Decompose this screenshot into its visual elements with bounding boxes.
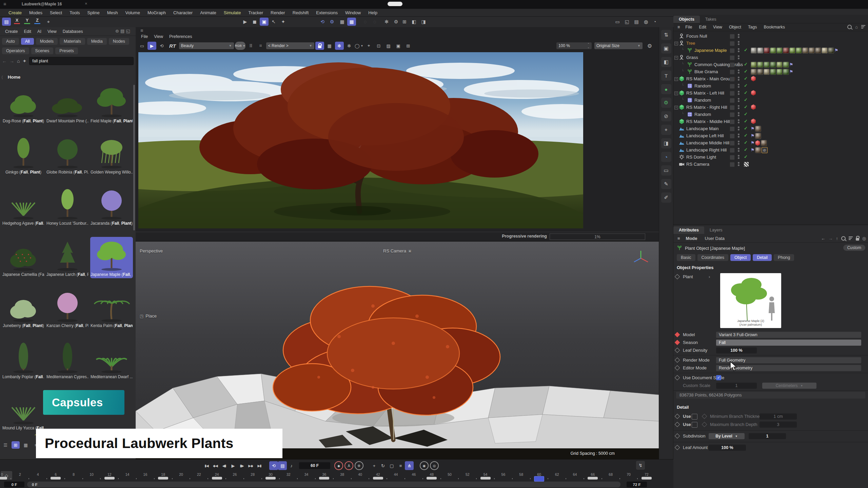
object-row[interactable]: └Random✓ bbox=[673, 97, 868, 104]
select-cursor-icon[interactable]: ↖ bbox=[269, 18, 278, 26]
material-tag[interactable] bbox=[751, 47, 757, 54]
grid-icon[interactable]: ▦ bbox=[338, 18, 347, 26]
timeline-keyframe-marker[interactable] bbox=[51, 477, 61, 480]
material-tag[interactable] bbox=[776, 62, 783, 68]
falloff-tool-icon[interactable]: ⊘ bbox=[661, 111, 671, 121]
record-params-button[interactable]: ≡ bbox=[396, 461, 405, 470]
visibility-dots[interactable] bbox=[738, 112, 739, 116]
enabled-check-icon[interactable]: ✓ bbox=[744, 140, 748, 145]
tab-objects[interactable]: Objects bbox=[673, 16, 700, 23]
keyframe-dot-icon[interactable] bbox=[675, 433, 680, 439]
asset-menu-ai[interactable]: AI bbox=[34, 29, 44, 34]
filter-tab-auto[interactable]: Auto bbox=[2, 38, 19, 45]
visibility-dots[interactable] bbox=[738, 41, 739, 45]
filter-tab-media[interactable]: Media bbox=[87, 38, 107, 45]
material-tag[interactable] bbox=[761, 140, 767, 146]
expand-toggle-icon[interactable]: − bbox=[674, 56, 678, 60]
attr-up-icon[interactable]: ↑ bbox=[836, 236, 838, 241]
asset-item[interactable]: Golden Weeping Willo... bbox=[90, 135, 133, 176]
material-tag[interactable] bbox=[764, 62, 770, 68]
layer-toggle[interactable] bbox=[730, 162, 735, 167]
enabled-check-icon[interactable]: ✓ bbox=[744, 104, 748, 109]
timeline-keyframe-marker[interactable] bbox=[588, 477, 598, 480]
lock-render-button[interactable] bbox=[315, 42, 324, 50]
zoom-field[interactable]: 100 %⌃⌄ bbox=[556, 42, 592, 49]
menu-tracker[interactable]: Tracker bbox=[244, 10, 267, 15]
object-name[interactable]: RS Camera bbox=[686, 162, 709, 167]
renderview-menu-file[interactable]: File bbox=[138, 34, 151, 39]
object-name[interactable]: Landscape Right Hill bbox=[686, 147, 727, 152]
cube-icon[interactable]: ◨ bbox=[419, 18, 428, 26]
record-scale-button[interactable]: ▢ bbox=[387, 461, 396, 470]
filter-tab-nodes[interactable]: Nodes bbox=[109, 38, 129, 45]
visibility-dots[interactable] bbox=[738, 69, 739, 74]
grid-overlay-icon[interactable]: ▦ bbox=[325, 42, 334, 50]
autokey-button[interactable]: A bbox=[344, 461, 353, 470]
sphere-tool-icon[interactable]: ● bbox=[661, 84, 671, 94]
visibility-dots[interactable] bbox=[738, 148, 739, 152]
enabled-check-icon[interactable]: ✓ bbox=[744, 90, 748, 95]
object-row[interactable]: RS Camera bbox=[673, 161, 868, 168]
keyframe-dot-icon[interactable] bbox=[702, 414, 707, 419]
object-name[interactable]: Landscape Left Hill bbox=[686, 133, 724, 138]
expand-toggle-icon[interactable]: − bbox=[674, 106, 678, 109]
renderview-gear-icon[interactable]: ⚙ bbox=[645, 42, 654, 50]
clipboard-button[interactable]: ▤ bbox=[278, 461, 287, 470]
pass-select[interactable]: Beauty▼ bbox=[179, 42, 234, 49]
material-tag[interactable] bbox=[764, 47, 770, 54]
param-dropdown[interactable]: Variant 3 Full-Grown bbox=[716, 332, 861, 338]
timeline-keyframe-marker[interactable] bbox=[642, 477, 652, 480]
enabled-check-icon[interactable]: ✓ bbox=[744, 47, 748, 53]
compositing-tag-icon[interactable] bbox=[744, 162, 749, 167]
object-menu-edit[interactable]: Edit bbox=[695, 25, 710, 29]
timeline-keyframe-marker[interactable] bbox=[265, 477, 276, 480]
simulate-stop-icon[interactable]: ◼ bbox=[250, 18, 259, 26]
material-tag[interactable] bbox=[770, 69, 776, 75]
material-tag[interactable] bbox=[770, 62, 776, 68]
layer-toggle[interactable] bbox=[730, 119, 735, 124]
asset-scrollbar[interactable] bbox=[133, 85, 135, 230]
mode-menu[interactable]: Mode bbox=[682, 236, 701, 241]
attr-forward-icon[interactable]: → bbox=[828, 236, 833, 241]
magic-solver-icon[interactable]: ✦ bbox=[279, 18, 288, 26]
material-tag[interactable] bbox=[783, 47, 789, 54]
redshift-object-tag[interactable] bbox=[751, 90, 756, 96]
convert-tool-icon[interactable]: ⇅ bbox=[661, 30, 671, 40]
param-field[interactable]: 100 % bbox=[709, 445, 746, 451]
attr-search-icon[interactable] bbox=[841, 236, 846, 241]
asset-item[interactable]: Juneberry (Fall, Plant) bbox=[2, 288, 45, 329]
object-row[interactable]: −RS Matrix - Right Hill✓ bbox=[673, 104, 868, 111]
camera-tool-icon[interactable]: ▭ bbox=[661, 165, 671, 176]
record-position-button[interactable]: + bbox=[370, 461, 378, 470]
annotation-flag-icon[interactable]: ⚑ bbox=[751, 140, 755, 146]
object-row[interactable]: └Blue Grama✓⚑ bbox=[673, 68, 868, 75]
attr-tab-basic[interactable]: Basic bbox=[677, 254, 695, 261]
app-menu-icon[interactable]: ≡ bbox=[3, 1, 6, 7]
object-name[interactable]: Landscape Middle Hill bbox=[686, 140, 729, 145]
dither-icon[interactable]: ⠿ bbox=[246, 42, 255, 50]
keyframe-dot-icon[interactable] bbox=[675, 414, 680, 419]
object-menu-tags[interactable]: Tags bbox=[745, 25, 760, 29]
filter-tab-presets[interactable]: Presets bbox=[55, 47, 78, 54]
visibility-dots[interactable] bbox=[738, 105, 739, 109]
object-name[interactable]: Random bbox=[694, 83, 711, 88]
object-name[interactable]: Random bbox=[694, 98, 711, 103]
current-frame-field[interactable]: 60 F bbox=[299, 462, 330, 469]
enabled-check-icon[interactable]: ✓ bbox=[744, 133, 748, 138]
size-select[interactable]: Original Size▼ bbox=[594, 42, 643, 49]
visibility-dots[interactable] bbox=[738, 34, 739, 38]
material-tag[interactable] bbox=[755, 133, 761, 139]
user-data-menu[interactable]: User Data bbox=[701, 236, 729, 241]
subdivision-mode-select[interactable]: By Level ▼ bbox=[709, 433, 745, 439]
camera-menu-icon[interactable]: ▣ bbox=[408, 249, 411, 253]
visibility-dots[interactable] bbox=[738, 162, 739, 166]
plant-expand-icon[interactable]: › bbox=[709, 274, 710, 279]
object-row[interactable]: −RS Matrix - Main Ground✓ bbox=[673, 75, 868, 82]
material-tag[interactable] bbox=[757, 62, 763, 68]
material-tag[interactable] bbox=[755, 147, 761, 153]
annotation-flag-icon[interactable]: ⚑ bbox=[751, 126, 755, 131]
external-icon[interactable]: ◱ bbox=[126, 28, 130, 34]
enabled-check-icon[interactable]: ✓ bbox=[744, 69, 748, 74]
goto-end-button[interactable]: ▶▮ bbox=[255, 461, 264, 470]
timeline-keyframe-marker[interactable] bbox=[427, 477, 437, 480]
